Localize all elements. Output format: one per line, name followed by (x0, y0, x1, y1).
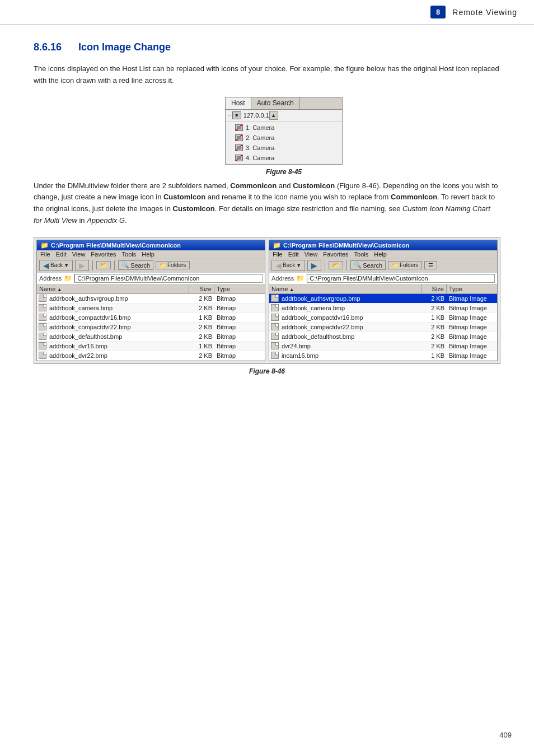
file-name: addrbook_authsvrgroup.bmp (48, 295, 189, 302)
file-icon (39, 295, 46, 302)
col-size-header-right[interactable]: Size (421, 284, 447, 293)
camera-item-2: 2. Camera (226, 133, 342, 143)
common-toolbar: ◀ Back ▼ ▶ 📂 🔍 Search (37, 259, 265, 273)
file-type: Bitmap Image (447, 342, 497, 350)
col-size-header-left[interactable]: Size (189, 284, 214, 293)
file-type: Bitmap Image (447, 333, 497, 340)
file-type: Bitmap Image (447, 352, 497, 360)
explorer-window-common: 📁 C:\Program Files\DMMultiView\CommonIco… (36, 240, 265, 361)
address-label-left: Address (39, 275, 62, 282)
menu-edit-right[interactable]: Edit (288, 251, 299, 258)
page-header: 8 Remote Viewing (0, 0, 534, 25)
back-btn-right[interactable]: ◀ Back ▼ (271, 260, 305, 271)
body-p2-bold5: CustomIcon (173, 204, 215, 213)
address-value-left[interactable]: C:\Program Files\DMMultiView\CommonIcon (74, 274, 263, 283)
back-icon-left: ◀ (43, 261, 49, 270)
folder-icon-left: 📁 (40, 241, 49, 249)
table-row: dvr24.bmp 2 KB Bitmap Image (269, 342, 497, 351)
custom-table-header: Name Size Type (269, 284, 497, 294)
col-type-header-left[interactable]: Type (214, 284, 265, 293)
search-icon-right: 🔍 (354, 262, 362, 269)
file-icon (271, 323, 279, 331)
col-type-header-right[interactable]: Type (447, 284, 497, 293)
back-btn-left[interactable]: ◀ Back ▼ (39, 260, 73, 271)
section-title: Icon Image Change (78, 41, 171, 53)
search-icon-left: 🔍 (121, 262, 129, 269)
folders-btn-left[interactable]: 📁 Folders (156, 261, 190, 269)
file-icon (39, 342, 46, 350)
menu-edit-left[interactable]: Edit (56, 251, 67, 258)
figure-45-caption: Figure 8-45 (266, 168, 302, 176)
table-row: incam16.bmp 1 KB Bitmap Image (269, 351, 497, 361)
address-folder-icon-right: 📁 (296, 274, 305, 282)
file-type: Bitmap (214, 333, 265, 340)
file-type: Bitmap (214, 314, 265, 321)
file-icon (39, 304, 46, 312)
camera-label-1: 1. Camera (246, 124, 274, 131)
folders-label-left: Folders (167, 262, 186, 268)
extra-btn-right[interactable]: ☰ (424, 261, 437, 269)
col-name-header-right[interactable]: Name (269, 284, 421, 293)
menu-tools-right[interactable]: Tools (354, 251, 369, 258)
menu-view-right[interactable]: View (305, 251, 318, 258)
camera-icon-2 (235, 134, 243, 142)
camera-icon-3 (235, 144, 243, 152)
main-content: 8.6.16 Icon Image Change The icons displ… (0, 25, 534, 402)
body-paragraph-1: The icons displayed on the Host List can… (34, 63, 500, 87)
folders-btn-right[interactable]: 📁 Folders (388, 261, 422, 269)
common-addressbar: Address 📁 C:\Program Files\DMMultiView\C… (37, 273, 265, 284)
menu-favorites-left[interactable]: Favorites (91, 251, 116, 258)
body-p2-pre1: Under the DMMultiview folder there are 2… (34, 181, 230, 190)
camera-label-3: 3. Camera (246, 144, 274, 151)
folder-nav-btn-right[interactable]: 📂 (329, 261, 343, 269)
search-btn-left[interactable]: 🔍 Search (118, 260, 153, 270)
menu-file-left[interactable]: File (40, 251, 50, 258)
table-row: addrbook_defaulthost.bmp 2 KB Bitmap Ima… (269, 332, 497, 342)
scroll-up-btn[interactable]: ▲ (269, 111, 278, 120)
search-btn-right[interactable]: 🔍 Search (350, 260, 386, 270)
file-type: Bitmap (214, 352, 265, 360)
body-p2-mid3: and rename it to the icon name you wish … (205, 193, 391, 201)
file-icon (39, 333, 46, 340)
menu-help-right[interactable]: Help (374, 251, 387, 258)
file-type: Bitmap (214, 295, 265, 302)
menu-favorites-right[interactable]: Favorites (323, 251, 348, 258)
file-type: Bitmap Image (447, 314, 497, 321)
forward-icon-left: ▶ (79, 261, 85, 270)
file-size: 1 KB (189, 314, 214, 321)
back-label-right: Back (283, 262, 295, 268)
host-list-tabs: Host Auto Search (226, 97, 342, 110)
folders-label-right: Folders (400, 262, 418, 268)
figure-46-container: 📁 C:\Program Files\DMMultiView\CommonIco… (34, 237, 500, 375)
autosearch-tab[interactable]: Auto Search (251, 97, 300, 109)
file-size: 2 KB (189, 323, 214, 331)
file-icon (271, 304, 279, 312)
file-name: incam16.bmp (280, 352, 421, 360)
section-heading: 8.6.16 Icon Image Change (34, 41, 500, 53)
table-row: addrbook_authsvrgroup.bmp 2 KB Bitmap (37, 294, 265, 304)
forward-btn-right[interactable]: ▶ (307, 260, 321, 271)
table-row: addrbook_compactdvr22.bmp 2 KB Bitmap (37, 323, 265, 332)
address-value-right[interactable]: C:\Program Files\DMMultiView\CustomIcon (307, 274, 495, 283)
file-name: addrbook_defaulthost.bmp (48, 333, 189, 340)
body-p2-bold3: CustomIcon (163, 193, 205, 201)
forward-btn-left[interactable]: ▶ (75, 260, 89, 271)
folder-nav-btn-left[interactable]: 📂 (96, 261, 111, 269)
menu-help-left[interactable]: Help (142, 251, 154, 258)
common-menubar: File Edit View Favorites Tools Help (37, 250, 265, 259)
menu-file-right[interactable]: File (273, 251, 283, 258)
file-name: addrbook_authsvrgroup.bmp (280, 295, 421, 302)
menu-tools-left[interactable]: Tools (122, 251, 137, 258)
file-name: addrbook_dvr22.bmp (48, 352, 189, 360)
body-p2-mid1: and (277, 181, 293, 190)
custom-file-list: addrbook_authsvrgroup.bmp 2 KB Bitmap Im… (269, 294, 497, 361)
col-name-header-left[interactable]: Name (37, 284, 189, 293)
menu-view-left[interactable]: View (72, 251, 86, 258)
table-row: addrbook_dvr16.bmp 1 KB Bitmap (37, 342, 265, 351)
table-row: addrbook_compactdvr16.bmp 1 KB Bitmap Im… (269, 313, 497, 323)
file-size: 2 KB (421, 333, 447, 340)
file-icon (271, 352, 279, 360)
host-tab[interactable]: Host (226, 97, 251, 109)
table-row: addrbook_camera.bmp 2 KB Bitmap Image (269, 304, 497, 313)
file-icon (271, 314, 279, 321)
